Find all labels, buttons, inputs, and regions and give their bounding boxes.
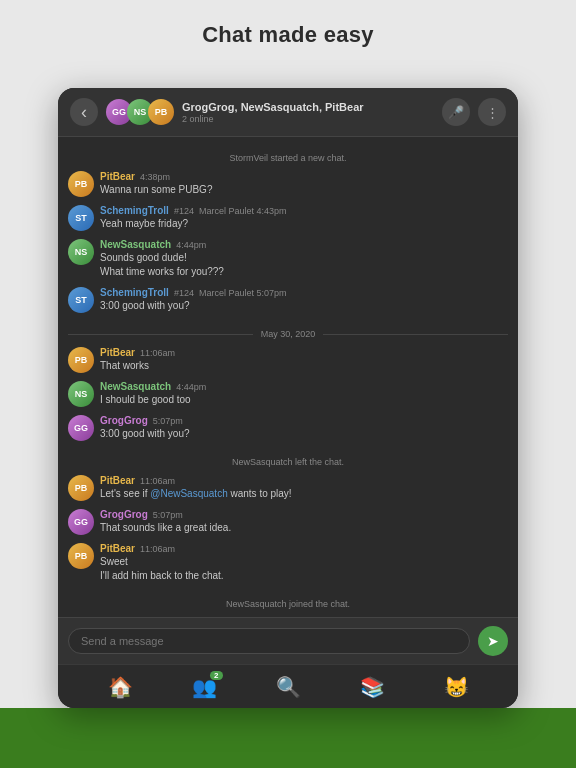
app-container: GG NS PB GrogGrog, NewSasquatch, PitBear…: [58, 88, 518, 708]
header-actions: 🎤 ⋮: [442, 98, 506, 126]
message-row: PB PitBear 11:06am That works: [68, 347, 508, 373]
msg-username: PitBear: [100, 543, 135, 554]
msg-time: 11:06am: [140, 544, 175, 554]
avatar-pitbear: PB: [148, 99, 174, 125]
nav-library[interactable]: 📚: [360, 675, 385, 699]
profile-icon: 😸: [444, 675, 469, 699]
msg-time: 5:07pm: [153, 416, 183, 426]
chat-header: GG NS PB GrogGrog, NewSasquatch, PitBear…: [58, 88, 518, 137]
msg-time: 11:06am: [140, 348, 175, 358]
header-avatars: GG NS PB: [106, 99, 174, 125]
message-row: NS NewSasquatch 4:44pm I should be good …: [68, 381, 508, 407]
header-online: 2 online: [182, 114, 442, 124]
msg-text: I should be good too: [100, 393, 508, 407]
msg-avatar-pitbear3: PB: [68, 475, 94, 501]
nav-search[interactable]: 🔍: [276, 675, 301, 699]
system-msg-started: StormVeil started a new chat.: [68, 147, 508, 169]
msg-username: NewSasquatch: [100, 381, 171, 392]
search-icon: 🔍: [276, 675, 301, 699]
nav-friends[interactable]: 👥 2: [192, 675, 217, 699]
send-button[interactable]: ➤: [478, 626, 508, 656]
msg-time: 4:44pm: [176, 382, 206, 392]
mention: @NewSasquatch: [150, 488, 227, 499]
msg-username: PitBear: [100, 347, 135, 358]
date-divider-text: May 30, 2020: [261, 329, 316, 339]
friends-badge: 2: [210, 671, 222, 680]
message-input[interactable]: [68, 628, 470, 654]
system-msg-left: NewSasquatch left the chat.: [68, 451, 508, 473]
back-button[interactable]: [70, 98, 98, 126]
msg-username: GrogGrog: [100, 415, 148, 426]
bottom-nav: 🏠 👥 2 🔍 📚 😸: [58, 664, 518, 708]
library-icon: 📚: [360, 675, 385, 699]
msg-time: 5:07pm: [153, 510, 183, 520]
system-msg-joined: NewSasquatch joined the chat.: [68, 593, 508, 615]
msg-text: That works: [100, 359, 508, 373]
messages-area: StormVeil started a new chat. PB PitBear…: [58, 137, 518, 617]
message-row: ST SchemingTroll #124 Marcel Paulet 5:07…: [68, 287, 508, 313]
message-row: ST SchemingTroll #124 Marcel Paulet 4:43…: [68, 205, 508, 231]
msg-text: Sounds good dude!What time works for you…: [100, 251, 508, 279]
msg-avatar-pitbear4: PB: [68, 543, 94, 569]
msg-time: 11:06am: [140, 476, 175, 486]
nav-profile[interactable]: 😸: [444, 675, 469, 699]
nav-home[interactable]: 🏠: [108, 675, 133, 699]
msg-avatar-scheming2: ST: [68, 287, 94, 313]
msg-time: Marcel Paulet 4:43pm: [199, 206, 287, 216]
msg-text: SweetI'll add him back to the chat.: [100, 555, 508, 583]
header-info: GrogGrog, NewSasquatch, PitBear 2 online: [182, 100, 442, 124]
send-icon: ➤: [487, 633, 499, 649]
msg-tag: #124: [174, 206, 194, 216]
msg-avatar-groggrog: GG: [68, 415, 94, 441]
msg-username: SchemingTroll: [100, 287, 169, 298]
msg-username: PitBear: [100, 171, 135, 182]
microphone-icon: 🎤: [448, 105, 464, 120]
message-row: PB PitBear 11:06am Let's see if @NewSasq…: [68, 475, 508, 501]
input-bar: ➤: [58, 617, 518, 664]
date-divider: May 30, 2020: [68, 329, 508, 339]
page-title: Chat made easy: [0, 22, 576, 48]
msg-text: 3:00 good with you?: [100, 299, 508, 313]
msg-username: PitBear: [100, 475, 135, 486]
more-button[interactable]: ⋮: [478, 98, 506, 126]
msg-tag: #124: [174, 288, 194, 298]
msg-text: That sounds like a great idea.: [100, 521, 508, 535]
header-names: GrogGrog, NewSasquatch, PitBear: [182, 100, 442, 114]
msg-avatar-pitbear2: PB: [68, 347, 94, 373]
msg-avatar-groggrog2: GG: [68, 509, 94, 535]
msg-avatar-newsasquatch: NS: [68, 239, 94, 265]
msg-avatar-pitbear: PB: [68, 171, 94, 197]
msg-text: Yeah maybe friday?: [100, 217, 508, 231]
voice-button[interactable]: 🎤: [442, 98, 470, 126]
msg-text: Let's see if @NewSasquatch wants to play…: [100, 487, 508, 501]
msg-text: Wanna run some PUBG?: [100, 183, 508, 197]
msg-avatar-newsasquatch2: NS: [68, 381, 94, 407]
msg-username: NewSasquatch: [100, 239, 171, 250]
msg-username: GrogGrog: [100, 509, 148, 520]
message-row: GG GrogGrog 5:07pm 3:00 good with you?: [68, 415, 508, 441]
home-icon: 🏠: [108, 675, 133, 699]
msg-text: 3:00 good with you?: [100, 427, 508, 441]
more-icon: ⋮: [486, 105, 499, 120]
msg-username: SchemingTroll: [100, 205, 169, 216]
message-row: PB PitBear 11:06am SweetI'll add him bac…: [68, 543, 508, 583]
msg-avatar-scheming: ST: [68, 205, 94, 231]
grass-bg: [0, 708, 576, 768]
msg-time: 4:44pm: [176, 240, 206, 250]
msg-time: Marcel Paulet 5:07pm: [199, 288, 287, 298]
message-row: GG GrogGrog 5:07pm That sounds like a gr…: [68, 509, 508, 535]
msg-time: 4:38pm: [140, 172, 170, 182]
message-row: NS NewSasquatch 4:44pm Sounds good dude!…: [68, 239, 508, 279]
message-row: PB PitBear 4:38pm Wanna run some PUBG?: [68, 171, 508, 197]
